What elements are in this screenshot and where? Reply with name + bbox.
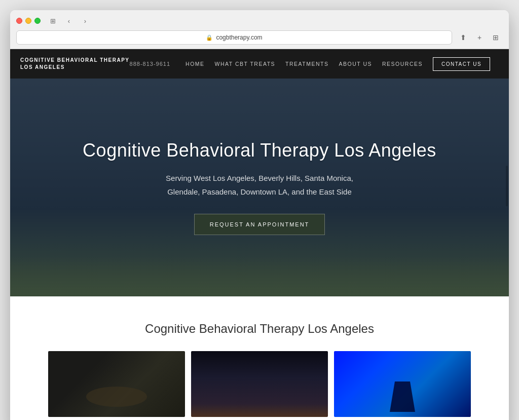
image-hands [48, 351, 185, 417]
nav-resources[interactable]: RESOURCES [382, 61, 423, 67]
section-title: Cognitive Behavioral Therapy Los Angeles [30, 322, 489, 336]
scroll-indicator [506, 166, 508, 206]
close-button[interactable] [16, 18, 22, 24]
image-building [191, 351, 328, 417]
hero-content: Cognitive Behavioral Therapy Los Angeles… [62, 140, 457, 235]
request-appointment-button[interactable]: REQUEST AN APPOINTMENT [194, 214, 325, 235]
browser-chrome: ⊞ ‹ › 🔒 cogbtherapy.com ⬆ + ⊞ [10, 10, 509, 49]
nav-what-cbt-treats[interactable]: WHAT CBT TREATS [215, 61, 276, 67]
traffic-lights [16, 18, 41, 24]
site-logo: COGNITIVE BEHAVIORAL THERAPY LOS ANGELES [20, 57, 130, 71]
new-tab-button[interactable]: + [472, 32, 487, 43]
sidebar-toggle[interactable]: ⊞ [46, 15, 60, 26]
back-button[interactable]: ‹ [62, 15, 76, 26]
hero-subtitle: Serving West Los Angeles, Beverly Hills,… [83, 171, 436, 199]
tab-grid-button[interactable]: ⊞ [489, 32, 503, 43]
image-tunnel [334, 351, 471, 417]
security-icon: 🔒 [206, 34, 213, 41]
hero-skyline [10, 256, 509, 296]
maximize-button[interactable] [34, 18, 41, 24]
below-hero-section: Cognitive Behavioral Therapy Los Angeles [10, 296, 509, 420]
contact-us-button[interactable]: CONTACT US [433, 57, 490, 71]
chrome-right-controls: ⬆ + ⊞ [456, 32, 503, 43]
browser-window: ⊞ ‹ › 🔒 cogbtherapy.com ⬆ + ⊞ COGNITIVE … [10, 10, 509, 420]
forward-button[interactable]: › [78, 15, 92, 26]
nav-phone: 888-813-9611 [130, 61, 171, 67]
minimize-button[interactable] [25, 18, 31, 24]
share-button[interactable]: ⬆ [456, 32, 470, 43]
address-bar[interactable]: 🔒 cogbtherapy.com [16, 30, 452, 45]
image-grid [30, 351, 489, 417]
nav-home[interactable]: HOME [186, 61, 205, 67]
navigation-controls: ⊞ ‹ › [46, 15, 92, 26]
nav-about-us[interactable]: ABOUT US [339, 61, 372, 67]
nav-links: 888-813-9611 HOME WHAT CBT TREATS TREATM… [130, 57, 499, 71]
site-nav: COGNITIVE BEHAVIORAL THERAPY LOS ANGELES… [10, 49, 509, 79]
hero-title: Cognitive Behavioral Therapy Los Angeles [83, 140, 436, 161]
hero-section: Cognitive Behavioral Therapy Los Angeles… [10, 79, 509, 296]
nav-treatments[interactable]: TREATMENTS [285, 61, 328, 67]
website-content: COGNITIVE BEHAVIORAL THERAPY LOS ANGELES… [10, 49, 509, 420]
url-text: cogbtherapy.com [216, 34, 262, 41]
